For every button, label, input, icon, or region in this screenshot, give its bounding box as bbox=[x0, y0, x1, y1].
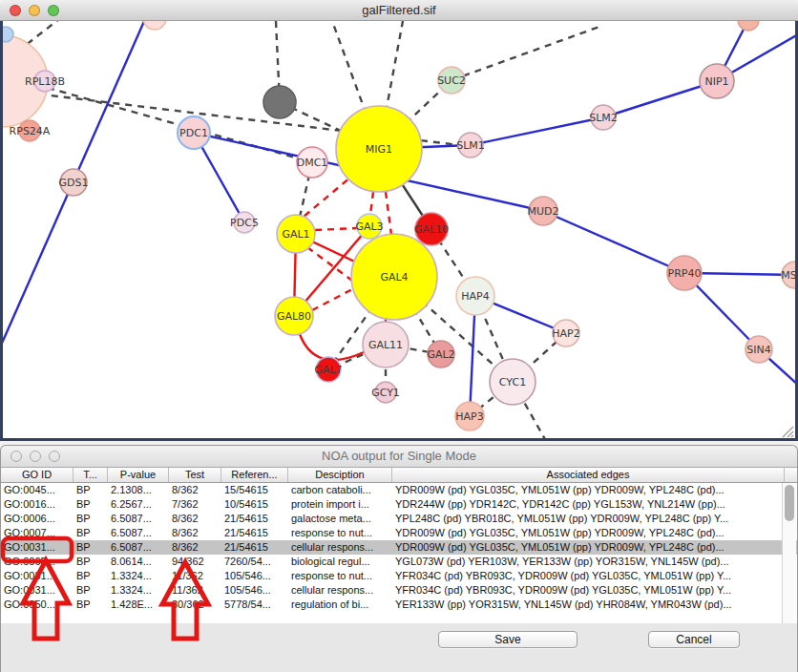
cell-type: BP bbox=[74, 555, 108, 569]
save-button[interactable]: Save bbox=[438, 631, 578, 648]
cell-goid: GO:0031... bbox=[1, 540, 74, 555]
network-edge[interactable] bbox=[370, 192, 373, 215]
vertical-scrollbar[interactable] bbox=[782, 483, 796, 623]
node-label: NIP1 bbox=[704, 75, 728, 88]
column-header-pvalue[interactable]: P-value bbox=[108, 468, 169, 482]
column-header-reference[interactable]: Referen... bbox=[221, 468, 288, 482]
cell-description: protein import i... bbox=[288, 497, 392, 512]
cell-edges: YER133W (pp) YOR315W, YNL145W (pd) YHR08… bbox=[392, 598, 785, 612]
scrollbar-thumb[interactable] bbox=[785, 485, 794, 521]
column-header-edges[interactable]: Associated edges bbox=[392, 468, 785, 482]
table-row[interactable]: GO:0050...BP1.428E...80/3625778/54...reg… bbox=[1, 598, 797, 612]
cell-reference: 5778/54... bbox=[221, 598, 288, 612]
node-label: CYC1 bbox=[499, 376, 526, 388]
column-header-description[interactable]: Desciption bbox=[288, 468, 392, 482]
network-window-titlebar[interactable]: galFiltered.sif bbox=[0, 0, 798, 21]
minimize-button-icon-inactive[interactable] bbox=[30, 451, 41, 462]
table-row[interactable]: GO:0031...BP1.3324...11/362105/546...res… bbox=[1, 569, 797, 583]
table-row[interactable]: GO:0007...BP6.5087...8/36221/54615respon… bbox=[1, 526, 797, 540]
network-node[interactable] bbox=[143, 21, 166, 30]
network-edge[interactable] bbox=[386, 192, 391, 235]
node-label: GDS1 bbox=[59, 177, 89, 189]
cell-reference: 15/54615 bbox=[221, 483, 288, 497]
network-window-title: galFiltered.sif bbox=[0, 0, 798, 20]
cell-type: BP bbox=[74, 569, 108, 583]
network-edge[interactable] bbox=[312, 288, 354, 310]
cell-type: BP bbox=[74, 540, 108, 555]
cell-type: BP bbox=[74, 497, 108, 512]
cell-pvalue: 1.3324... bbox=[108, 583, 169, 598]
node-label: MUD2 bbox=[527, 205, 558, 218]
node-label: RPL18B bbox=[25, 75, 65, 88]
noa-window-title: NOA output for Single Mode bbox=[1, 446, 797, 467]
cell-goid: GO:0065... bbox=[1, 555, 74, 569]
network-canvas[interactable]: RPL18BRPS24AGDS1PDC1MIG1DMC1SUC2SLM1SLM2… bbox=[0, 21, 798, 441]
column-header-goid[interactable]: GO ID bbox=[1, 468, 74, 482]
cell-pvalue: 6.5087... bbox=[108, 540, 169, 555]
table-row[interactable]: GO:0006...BP6.5087...8/36221/54615galact… bbox=[1, 512, 797, 526]
cell-test: 8/362 bbox=[169, 483, 221, 497]
network-edge[interactable] bbox=[452, 27, 599, 80]
node-label: GAL2 bbox=[427, 348, 454, 361]
cell-description: regulation of bi... bbox=[288, 598, 392, 612]
cell-reference: 10/54615 bbox=[221, 497, 288, 512]
column-header-test[interactable]: Test bbox=[169, 468, 221, 482]
cell-test: 8/362 bbox=[169, 540, 221, 555]
node-label: GAL1 bbox=[282, 228, 309, 241]
table-row[interactable]: GO:0016...BP6.2567...7/36210/54615protei… bbox=[1, 497, 797, 512]
table-row[interactable]: GO:0031...BP6.5087...8/36221/54615cellul… bbox=[1, 540, 797, 555]
node-label: GAL4 bbox=[380, 271, 408, 284]
table-row[interactable]: GO:0031...BP1.3324...11/362105/546...cel… bbox=[1, 583, 797, 598]
noa-window: NOA output for Single Mode GO IDT...P-va… bbox=[0, 445, 798, 672]
network-edge[interactable] bbox=[471, 117, 603, 145]
cell-type: BP bbox=[74, 512, 108, 526]
cell-type: BP bbox=[74, 483, 108, 497]
network-edge[interactable] bbox=[307, 247, 356, 284]
cell-description: response to nut... bbox=[288, 569, 392, 583]
network-edge[interactable] bbox=[543, 211, 684, 273]
network-node[interactable] bbox=[738, 21, 759, 31]
resize-grip-icon[interactable] bbox=[791, 435, 793, 437]
cell-edges: YGL073W (pd) YER103W, YER133W (pp) YOR31… bbox=[392, 555, 785, 569]
zoom-button-icon[interactable] bbox=[48, 5, 59, 16]
table-row[interactable]: GO:0045...BP2.1308...8/36215/54615carbon… bbox=[1, 483, 797, 497]
node-label: SUC2 bbox=[437, 74, 466, 87]
close-button-icon-inactive[interactable] bbox=[10, 451, 22, 462]
cell-test: 11/362 bbox=[169, 583, 221, 598]
cell-type: BP bbox=[74, 583, 108, 598]
column-header-spacer bbox=[785, 468, 797, 482]
cell-reference: 21/54615 bbox=[221, 526, 288, 540]
cell-reference: 105/546... bbox=[221, 583, 288, 598]
node-label: RPS24A bbox=[10, 125, 51, 137]
table-row[interactable]: GO:0065...BP8.0614...94/3627260/54...bio… bbox=[1, 555, 797, 569]
cell-goid: GO:0007... bbox=[1, 526, 74, 540]
table-body: GO:0045...BP2.1308...8/36215/54615carbon… bbox=[1, 483, 797, 612]
results-table: GO IDT...P-valueTestReferen...Desciption… bbox=[1, 468, 797, 623]
node-label: DMC1 bbox=[297, 157, 328, 169]
network-edge[interactable] bbox=[300, 334, 364, 360]
cell-edges: YDR244W (pp) YDR142C, YDR142C (pp) YGL15… bbox=[392, 497, 785, 512]
window-controls bbox=[10, 5, 59, 16]
zoom-button-icon-inactive[interactable] bbox=[49, 451, 60, 462]
node-label: GAL7 bbox=[314, 364, 342, 376]
cell-test: 8/362 bbox=[169, 526, 221, 540]
cell-goid: GO:0050... bbox=[1, 598, 74, 612]
noa-window-titlebar[interactable]: NOA output for Single Mode bbox=[1, 446, 797, 468]
cell-description: cellular respons... bbox=[288, 583, 392, 598]
minimize-button-icon[interactable] bbox=[29, 5, 40, 16]
network-node[interactable] bbox=[263, 86, 296, 118]
cell-test: 94/362 bbox=[169, 555, 221, 569]
close-button-icon[interactable] bbox=[10, 5, 21, 16]
cell-test: 8/362 bbox=[169, 512, 221, 526]
network-edge[interactable] bbox=[315, 228, 357, 230]
cell-pvalue: 8.0614... bbox=[108, 555, 169, 569]
cell-reference: 7260/54... bbox=[221, 555, 288, 569]
cell-type: BP bbox=[74, 526, 108, 540]
cell-pvalue: 6.2567... bbox=[108, 497, 169, 512]
cell-goid: GO:0031... bbox=[1, 569, 74, 583]
cancel-button[interactable]: Cancel bbox=[648, 631, 740, 648]
column-header-type[interactable]: T... bbox=[74, 468, 108, 482]
cell-test: 11/362 bbox=[169, 569, 221, 583]
cell-type: BP bbox=[74, 598, 108, 612]
resize-grip-icon[interactable] bbox=[783, 427, 793, 437]
